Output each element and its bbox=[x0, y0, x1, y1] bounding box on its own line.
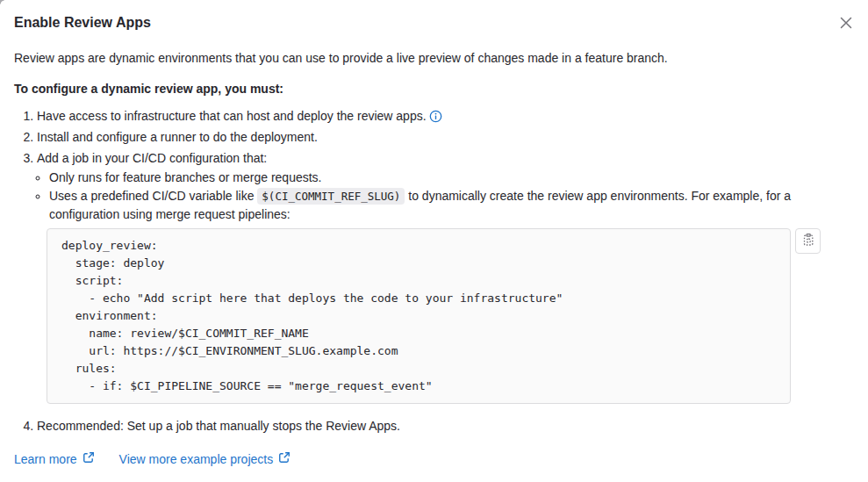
view-examples-link[interactable]: View more example projects bbox=[119, 450, 291, 468]
copy-code-button[interactable] bbox=[795, 228, 821, 254]
footer-links: Learn more View more example projects bbox=[14, 450, 854, 468]
copy-icon bbox=[801, 233, 815, 249]
step-text: Add a job in your CI/CD configuration th… bbox=[37, 151, 267, 165]
step-text: Recommended: Set up a job that manually … bbox=[37, 419, 400, 433]
ci-variable-inline-code: $(CI_COMMIT_REF_SLUG) bbox=[257, 188, 405, 205]
sub-item-predefined-variable: Uses a predefined CI/CD variable like $(… bbox=[49, 187, 854, 404]
learn-more-label: Learn more bbox=[14, 450, 77, 468]
step-text: Install and configure a runner to do the… bbox=[37, 130, 318, 144]
view-examples-label: View more example projects bbox=[119, 450, 274, 468]
close-icon bbox=[840, 18, 852, 32]
step-item-stop-job: Recommended: Set up a job that manually … bbox=[37, 415, 854, 436]
step-text: Have access to infrastructure that can h… bbox=[37, 109, 427, 123]
modal-rounded-corner bbox=[0, 0, 5, 5]
configure-subheading: To configure a dynamic review app, you m… bbox=[14, 80, 854, 97]
info-icon[interactable] bbox=[429, 110, 442, 123]
intro-text: Review apps are dynamic environments tha… bbox=[14, 49, 854, 67]
step-item-infrastructure: Have access to infrastructure that can h… bbox=[37, 105, 854, 126]
external-link-icon bbox=[82, 450, 95, 468]
close-button[interactable] bbox=[835, 11, 857, 34]
sub-item-feature-branches: Only runs for feature branches or merge … bbox=[49, 169, 854, 187]
yaml-code-block: deploy_review: stage: deploy script: - e… bbox=[47, 228, 791, 404]
sub-item-text: Only runs for feature branches or merge … bbox=[49, 170, 321, 184]
code-block-container: deploy_review: stage: deploy script: - e… bbox=[47, 228, 791, 404]
job-requirements-list: Only runs for feature branches or merge … bbox=[37, 169, 854, 404]
sub-item-text-prefix: Uses a predefined CI/CD variable like bbox=[49, 189, 254, 203]
step-item-runner: Install and configure a runner to do the… bbox=[37, 126, 854, 147]
modal-header: Enable Review Apps bbox=[14, 12, 854, 33]
page-title: Enable Review Apps bbox=[14, 12, 854, 33]
setup-steps-list: Have access to infrastructure that can h… bbox=[14, 105, 854, 436]
step-item-cicd-job: Add a job in your CI/CD configuration th… bbox=[37, 147, 854, 404]
external-link-icon bbox=[278, 450, 291, 468]
learn-more-link[interactable]: Learn more bbox=[14, 450, 95, 468]
enable-review-apps-modal: Enable Review Apps Review apps are dynam… bbox=[0, 0, 868, 468]
